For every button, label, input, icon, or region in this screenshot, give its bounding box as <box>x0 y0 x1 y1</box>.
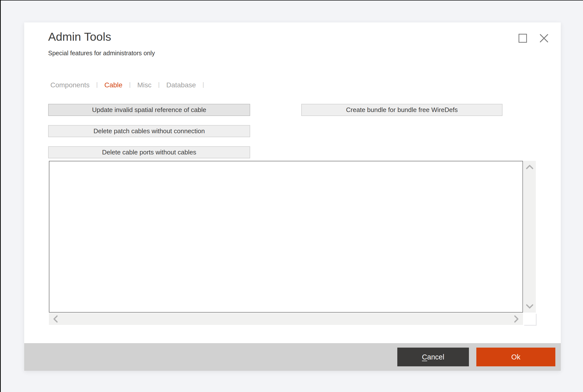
cancel-label-rest: ancel <box>427 353 444 361</box>
delete-patch-cables-button[interactable]: Delete patch cables without connection <box>48 125 250 137</box>
chevron-right-icon <box>514 315 519 323</box>
footer-bar: Cancel Ok <box>24 343 561 371</box>
scroll-down-button[interactable] <box>525 304 534 309</box>
chevron-left-icon <box>53 315 58 323</box>
vertical-scrollbar[interactable] <box>523 161 536 312</box>
tab-cable[interactable]: Cable <box>104 81 122 89</box>
scroll-up-button[interactable] <box>525 164 534 170</box>
close-button[interactable] <box>539 33 549 43</box>
tab-misc[interactable]: Misc <box>137 81 152 89</box>
window-controls <box>518 33 549 43</box>
horizontal-scrollbar[interactable] <box>49 313 523 325</box>
tab-separator: | <box>129 82 131 88</box>
dialog-subtitle: Special features for administrators only <box>48 49 155 57</box>
tab-separator: | <box>158 82 160 88</box>
page-title: Admin Tools <box>48 30 111 44</box>
tab-components[interactable]: Components <box>50 81 90 89</box>
chevron-up-icon <box>525 164 534 170</box>
cancel-mnemonic: C <box>422 353 427 361</box>
tab-bar: Components | Cable | Misc | Database | <box>50 81 204 89</box>
scrollbar-corner <box>523 313 536 325</box>
output-scroll-area <box>49 161 536 325</box>
scroll-right-button[interactable] <box>514 315 519 323</box>
scroll-left-button[interactable] <box>53 315 58 323</box>
delete-cable-ports-button[interactable]: Delete cable ports without cables <box>48 146 250 158</box>
update-spatial-reference-button[interactable]: Update invalid spatial reference of cabl… <box>48 104 250 116</box>
admin-tools-dialog: Admin Tools Special features for adminis… <box>24 22 561 371</box>
maximize-icon <box>518 34 527 43</box>
cable-tools-panel: Update invalid spatial reference of cabl… <box>48 104 502 158</box>
tab-separator: | <box>202 82 204 88</box>
cancel-button[interactable]: Cancel <box>397 348 469 366</box>
create-bundle-button[interactable]: Create bundle for bundle free WireDefs <box>301 104 502 116</box>
output-listbox[interactable] <box>49 161 523 312</box>
tab-separator: | <box>96 82 98 88</box>
desktop-background: { "dialog": { "title": "Admin Tools", "s… <box>0 0 583 392</box>
ok-button[interactable]: Ok <box>476 348 555 366</box>
chevron-down-icon <box>525 304 534 309</box>
close-icon <box>539 34 549 43</box>
tab-database[interactable]: Database <box>166 81 196 89</box>
maximize-button[interactable] <box>518 33 528 43</box>
